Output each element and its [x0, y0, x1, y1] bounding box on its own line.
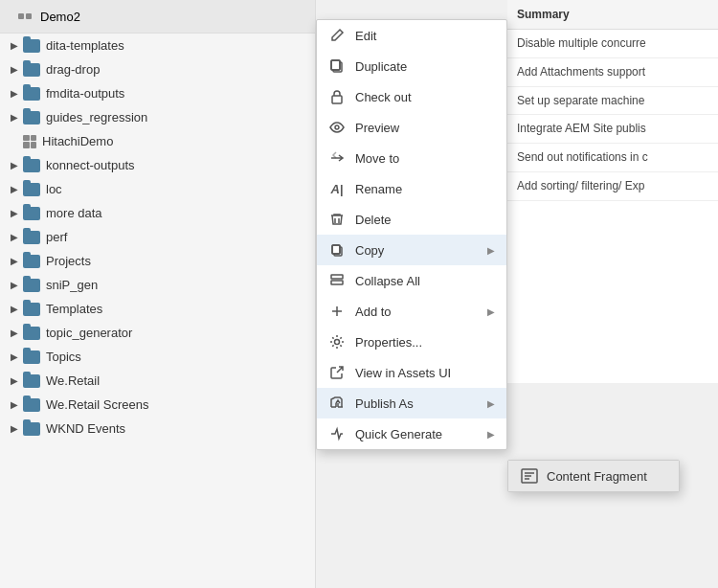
table-row: Add Attachments support — [507, 58, 718, 87]
item-label: more data — [46, 206, 102, 220]
menu-label-preview: Preview — [355, 121, 495, 135]
folder-icon — [23, 303, 40, 316]
item-label: Topics — [46, 350, 81, 364]
chevron-icon: ▶ — [8, 351, 21, 364]
menu-item-addto[interactable]: Add to ▶ — [317, 296, 506, 327]
collapse-icon — [328, 272, 346, 289]
sidebar-item-dita-templates[interactable]: ▶ dita-templates — [0, 34, 315, 57]
generate-icon — [328, 425, 346, 442]
menu-label-properties: Properties... — [355, 335, 495, 350]
folder-icon — [23, 255, 40, 268]
item-label: We.Retail — [46, 373, 100, 388]
sidebar-item-topic-generator[interactable]: ▶ topic_generator — [0, 321, 315, 345]
menu-item-collapse[interactable]: Collapse All — [317, 265, 506, 296]
submenu-item-content-fragment[interactable]: Content Fragment — [508, 461, 679, 491]
item-label: HitachiDemo — [42, 134, 113, 148]
item-label: topic_generator — [46, 326, 132, 340]
folder-icon — [23, 63, 40, 77]
sidebar-item-more-data[interactable]: ▶ more data — [0, 201, 315, 225]
folder-icon — [23, 87, 40, 101]
submenu-arrow-icon: ▶ — [487, 245, 495, 256]
menu-item-moveto[interactable]: Move to — [317, 143, 506, 173]
item-label: dita-templates — [46, 38, 124, 53]
sidebar: Demo2 ▶ dita-templates ▶ drag-drop ▶ fmd… — [0, 0, 316, 588]
publish-as-submenu: Content Fragment — [507, 460, 680, 492]
sidebar-item-hitachidemo[interactable]: ▶ HitachiDemo — [0, 129, 315, 153]
menu-label-publishas: Publish As — [355, 396, 487, 411]
submenu-arrow-icon: ▶ — [487, 306, 495, 317]
menu-item-properties[interactable]: Properties... — [317, 327, 506, 357]
item-label: konnect-outputs — [46, 158, 135, 172]
table-row: Integrate AEM Site publis — [507, 115, 718, 144]
sidebar-item-projects[interactable]: ▶ Projects — [0, 249, 315, 273]
sidebar-item-we-retail[interactable]: ▶ We.Retail — [0, 369, 315, 393]
item-label: WKND Events — [46, 421, 125, 436]
sidebar-item-we-retail-screens[interactable]: ▶ We.Retail Screens — [0, 393, 315, 417]
menu-label-viewassets: View in Assets UI — [355, 366, 495, 380]
chevron-icon: ▶ — [8, 279, 21, 292]
context-menu: Edit Duplicate Check out — [316, 19, 507, 450]
item-label: Projects — [46, 254, 91, 268]
menu-item-publishas[interactable]: Publish As ▶ — [317, 388, 506, 418]
menu-label-moveto: Move to — [355, 151, 495, 166]
menu-item-checkout[interactable]: Check out — [317, 81, 506, 112]
sidebar-item-drag-drop[interactable]: ▶ drag-drop — [0, 57, 315, 81]
chevron-icon: ▶ — [8, 231, 21, 244]
item-label: sniP_gen — [46, 278, 98, 292]
menu-item-delete[interactable]: Delete — [317, 204, 506, 235]
sidebar-item-loc[interactable]: ▶ loc — [0, 177, 315, 201]
svg-rect-3 — [332, 96, 342, 103]
chevron-icon: ▶ — [8, 63, 21, 77]
folder-icon — [23, 398, 40, 412]
duplicate-icon — [328, 57, 346, 75]
menu-label-duplicate: Duplicate — [355, 59, 495, 74]
sidebar-item-snip-gen[interactable]: ▶ sniP_gen — [0, 273, 315, 297]
sidebar-item-konnect-outputs[interactable]: ▶ konnect-outputs — [0, 153, 315, 177]
demo2-grid-icon — [10, 8, 40, 25]
item-label: We.Retail Screens — [46, 397, 148, 412]
menu-label-collapse: Collapse All — [355, 274, 495, 288]
sidebar-title: Demo2 — [40, 10, 80, 24]
svg-rect-9 — [331, 281, 343, 284]
menu-item-viewassets[interactable]: View in Assets UI — [317, 357, 506, 388]
item-label: Templates — [46, 302, 102, 316]
sidebar-item-wknd-events[interactable]: ▶ WKND Events — [0, 417, 315, 441]
item-label: drag-drop — [46, 62, 100, 77]
folder-icon — [23, 207, 40, 220]
sidebar-item-topics[interactable]: ▶ Topics — [0, 345, 315, 369]
right-panel: Summary Disable multiple concurre Add At… — [507, 0, 718, 383]
menu-label-edit: Edit — [355, 29, 495, 43]
svg-rect-8 — [331, 275, 343, 279]
trash-icon — [328, 211, 346, 228]
menu-item-rename[interactable]: A| Rename — [317, 173, 506, 204]
sidebar-item-guides-regression[interactable]: ▶ guides_regression — [0, 105, 315, 129]
svg-point-10 — [335, 340, 340, 345]
sidebar-item-fmdita-outputs[interactable]: ▶ fmdita-outputs — [0, 81, 315, 105]
sidebar-item-perf[interactable]: ▶ perf — [0, 225, 315, 249]
chevron-icon: ▶ — [8, 207, 21, 220]
item-label: loc — [46, 182, 62, 196]
menu-item-preview[interactable]: Preview — [317, 112, 506, 143]
sidebar-item-templates[interactable]: ▶ Templates — [0, 297, 315, 321]
menu-label-addto: Add to — [355, 305, 487, 319]
submenu-arrow-icon: ▶ — [487, 429, 495, 440]
folder-icon — [23, 351, 40, 364]
folder-icon — [23, 279, 40, 292]
menu-item-quickgenerate[interactable]: Quick Generate ▶ — [317, 418, 506, 449]
table-row: Set up separate machine — [507, 87, 718, 116]
sidebar-header: Demo2 — [0, 0, 315, 34]
menu-item-duplicate[interactable]: Duplicate — [317, 51, 506, 81]
menu-item-edit[interactable]: Edit — [317, 20, 506, 51]
svg-rect-6 — [332, 245, 340, 254]
submenu-label-content-fragment: Content Fragment — [547, 469, 647, 484]
chevron-icon: ▶ — [8, 327, 21, 340]
plus-icon — [328, 303, 346, 320]
chevron-icon: ▶ — [8, 159, 21, 172]
copy-icon — [328, 241, 346, 259]
chevron-icon: ▶ — [8, 111, 21, 124]
menu-label-rename: Rename — [355, 182, 495, 196]
lock-icon — [328, 88, 346, 105]
menu-label-delete: Delete — [355, 213, 495, 227]
menu-item-copy[interactable]: Copy ▶ — [317, 235, 506, 265]
svg-rect-1 — [331, 60, 340, 70]
